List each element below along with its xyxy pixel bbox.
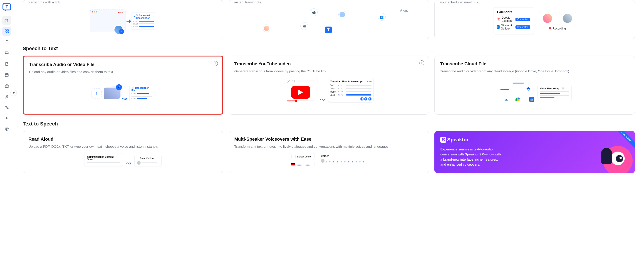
- flag-de-icon: [291, 163, 295, 166]
- info-icon[interactable]: i: [419, 60, 424, 65]
- youtube-play-icon: [291, 86, 310, 99]
- ai-label: AI Generated Transcription: [136, 14, 154, 19]
- top-card-1-illustration: REC ▸ ➜ ✦AI Generated Transcription 01:1…: [28, 7, 218, 34]
- svg-point-2: [6, 19, 7, 20]
- play-icon: ▶: [364, 97, 368, 100]
- gdrive-icon: [514, 96, 521, 103]
- nav-people[interactable]: [2, 16, 11, 25]
- svg-point-10: [6, 95, 8, 97]
- file-icon: 📄: [132, 87, 134, 89]
- card-title: Multi-Speaker Voiceovers with Ease: [234, 137, 424, 142]
- transkriptor-logo-icon: T: [325, 26, 332, 33]
- mic-icon: 🎤: [116, 84, 122, 90]
- top-card-3-desc: your scheduled meetings.: [440, 0, 629, 4]
- svg-rect-6: [5, 32, 6, 33]
- svg-rect-7: [7, 32, 9, 33]
- google-cal-label: Google Calendar: [502, 16, 516, 22]
- url-label: URL: [403, 9, 408, 12]
- nav-plugin[interactable]: [2, 114, 11, 123]
- card-title: Transcribe YouTube Video: [234, 61, 424, 66]
- top-card-1-desc: transcripts with a link.: [28, 0, 218, 4]
- calendars-title: Calendars: [497, 10, 530, 14]
- card-transcribe-youtube[interactable]: i Transcribe YouTube Video Generate tran…: [229, 56, 429, 115]
- top-card-3-illustration: Calendars 📅Google CalendarConnected OMic…: [440, 7, 629, 34]
- rec-label: REC: [120, 11, 124, 14]
- nav-document[interactable]: [2, 38, 11, 47]
- outlook-label: Microsoft Outlook: [501, 24, 516, 30]
- card-illustration: ⬘ ☁ 🤖 Voice Recording - 03: [440, 78, 629, 108]
- card-transcribe-file[interactable]: i Transcribe Audio or Video File Upload …: [23, 56, 223, 115]
- recording-label: Recording: [552, 27, 566, 30]
- select-voice-label: Select Voice: [140, 157, 154, 160]
- voices-label: Voices: [321, 155, 367, 158]
- connected-badge: Connected: [516, 18, 530, 21]
- sidebar: T: [0, 0, 14, 270]
- top-card-2-desc: instant transcripts.: [234, 0, 424, 4]
- card-desc: Generate transcripts from videos by past…: [234, 69, 424, 74]
- svg-rect-5: [7, 30, 9, 31]
- top-card-2-illustration: 📹 👥 📹 T 🔗URL: [234, 7, 424, 34]
- top-card-1[interactable]: transcripts with a link. REC ▸ ➜ ✦AI Gen…: [23, 0, 223, 39]
- section-text-to-speech-title: Text to Speech: [23, 121, 635, 127]
- prev-icon: ◀: [360, 97, 364, 100]
- arrow-icon: ➜: [126, 17, 131, 25]
- dropbox-icon: ⬘: [525, 85, 532, 92]
- top-card-3[interactable]: your scheduled meetings. Calendars 📅Goog…: [434, 0, 635, 39]
- panel-title: Youtube - How to transcript...: [330, 80, 365, 83]
- card-desc: Transform any text or notes into lively …: [234, 144, 424, 149]
- bot-icon: 🤖: [529, 97, 534, 102]
- wave-icon: ╷╷╷╷╷╷╷╷╷╷╷╷╷╷: [296, 163, 312, 166]
- sparkle-icon: ✦: [137, 157, 139, 160]
- card-speaktor-promo[interactable]: Coming Soon SSpeaktor Experience seamles…: [434, 131, 635, 173]
- camera-icon: ▸: [119, 29, 124, 34]
- link-icon: 🔗: [400, 9, 402, 12]
- nav-diamond[interactable]: [2, 125, 11, 134]
- card-desc: Upload a PDF, DOCx, TXT, or type your ow…: [28, 144, 218, 149]
- card-title: Transcribe Cloud File: [440, 61, 629, 66]
- speaktor-mascot: [596, 139, 633, 173]
- wave-icon: ╷╷╷╷╷╷╷╷╷╷╷╷╷╷╷╷╷╷╷╷╷╷╷╷╷╷╷╷╷╷: [326, 160, 367, 162]
- arrow-icon: ↝: [320, 95, 326, 103]
- nav-chat[interactable]: [2, 48, 11, 58]
- card-illustration: Communication Content Speech ↝ ✦Select V…: [28, 153, 218, 167]
- arrow-icon: ↝: [126, 159, 131, 167]
- svg-point-3: [7, 19, 8, 20]
- connected-badge-2: Connected: [516, 25, 530, 29]
- record-title: Voice Recording - 03: [540, 87, 569, 90]
- comm-title: Communication Content Speech: [87, 156, 120, 161]
- svg-rect-4: [5, 30, 6, 31]
- upload-icon: ↑: [92, 88, 102, 98]
- card-multi-speaker[interactable]: Multi-Speaker Voiceovers with Ease Trans…: [229, 131, 429, 173]
- nav-dashboard[interactable]: [2, 27, 11, 36]
- avatar-1: [543, 14, 552, 23]
- card-desc: Transcribe audio or video from any cloud…: [440, 69, 629, 74]
- card-illustration: ↑ 🎤 ↝ 📄 Transcription File 01:12 01:12: [29, 79, 217, 108]
- avatar-2: [563, 14, 572, 23]
- onedrive-icon: ☁: [502, 96, 510, 103]
- info-icon[interactable]: i: [213, 61, 218, 66]
- card-title: Read Aloud: [28, 137, 218, 142]
- section-speech-to-text-title: Speech to Text: [23, 46, 635, 51]
- card-transcribe-cloud[interactable]: Transcribe Cloud File Transcribe audio o…: [434, 56, 635, 115]
- wave-icon: ┃┃┃┃: [291, 155, 296, 158]
- card-illustration: ┃┃┃┃Select Voice ╷╷╷╷╷╷╷╷╷╷╷╷╷╷ Voices ╷…: [234, 153, 424, 167]
- nav-notes[interactable]: [2, 59, 11, 68]
- url-label: URL: [291, 80, 296, 82]
- nav-calendar[interactable]: [2, 70, 11, 79]
- voice-avatar: [321, 159, 324, 163]
- nav-translate[interactable]: [2, 103, 11, 112]
- card-title: Transcribe Audio or Video File: [29, 62, 217, 67]
- nav-profile[interactable]: [2, 92, 11, 101]
- card-illustration: 🔗URL ↝ Youtube - How to transcript... Ja…: [234, 78, 424, 108]
- voice-avatar: [137, 161, 140, 165]
- card-desc: Upload any audio or video files and conv…: [29, 69, 217, 75]
- next-icon: ▶: [368, 97, 372, 100]
- nav-gift[interactable]: [2, 81, 11, 90]
- top-card-2[interactable]: instant transcripts. 📹 👥 📹 T 🔗URL: [229, 0, 429, 39]
- svg-rect-8: [5, 73, 8, 76]
- sparkle-icon: ✦: [133, 15, 135, 18]
- card-read-aloud[interactable]: Read Aloud Upload a PDF, DOCx, TXT, or t…: [23, 131, 223, 173]
- recording-dot-icon: [549, 27, 551, 29]
- main-content: transcripts with a link. REC ▸ ➜ ✦AI Gen…: [14, 0, 644, 270]
- sidebar-expand-button[interactable]: [10, 90, 17, 96]
